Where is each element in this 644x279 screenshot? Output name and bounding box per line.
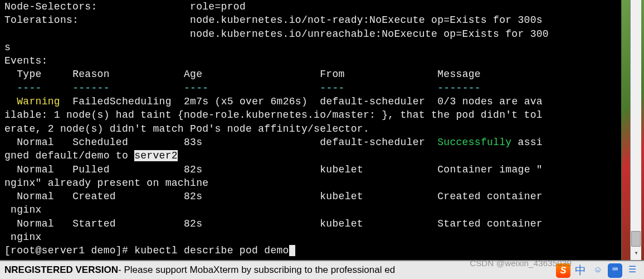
dash-reason: ------ [72,83,110,94]
event-msg-wrap: ilable: 1 node(s) had taint {node-role.k… [4,109,543,121]
event-reason: Scheduled [72,137,128,148]
watermark-text: CSDN @weixin_43635039 [470,258,572,269]
scroll-down-icon[interactable]: ▾ [631,248,642,259]
dash-message: ------- [437,83,481,94]
event-highlight-server: server2 [134,150,178,161]
dash-age: ---- [184,83,208,94]
event-from: kubelet [320,164,363,175]
event-age: 2m7s (x5 over 6m26s) [184,96,308,107]
event-from: kubelet [320,218,363,229]
ime-lang-icon[interactable]: 中 [573,263,588,278]
event-type-normal: Normal [17,137,54,148]
events-header-message: Message [437,69,481,80]
event-reason: Created [72,191,116,202]
events-header-from: From [320,69,344,80]
event-from: kubelet [320,191,363,202]
events-header-age: Age [184,69,202,80]
event-reason: Pulled [72,164,110,175]
event-msg: Created container [437,191,543,202]
tolerations-label: Tolerations: [4,15,79,26]
node-selectors-value: role=prod [190,1,246,12]
toleration-1: node.kubernetes.io/not-ready:NoExecute o… [190,15,543,26]
toleration-2: node.kubernetes.io/unreachable:NoExecute… [190,28,549,40]
event-reason: FailedScheduling [72,96,172,107]
event-msg: assi [511,137,543,148]
event-from: default-scheduler [320,137,425,148]
event-reason: Started [72,218,116,229]
event-msg-wrap: gned default/demo to [4,150,134,161]
event-type-warning: Warning [17,96,60,107]
prompt: [root@server1 demo]# [4,245,134,256]
events-header-type: Type [17,69,41,80]
event-age: 83s [184,137,202,148]
terminal-output[interactable]: Node-Selectors: role=prod Tolerations: n… [0,0,621,260]
event-msg-wrap: nginx [4,204,42,215]
event-age: 82s [184,218,202,229]
event-age: 82s [184,191,202,202]
events-label: Events: [4,55,48,66]
node-selectors-label: Node-Selectors: [4,1,97,12]
dash-type: ---- [17,83,41,94]
status-text: - Please support MobaXterm by subscribin… [118,264,395,277]
event-msg-success: Successfully [437,137,511,148]
terminal-scrollbar[interactable]: ▾ [630,0,641,260]
smiley-icon[interactable]: ☺ [591,263,605,278]
prompt-command[interactable]: kubectl describe pod demo [134,245,289,256]
event-age: 82s [184,164,202,175]
event-type-normal: Normal [17,164,54,175]
event-from: default-scheduler [320,96,425,107]
scrollbar-thumb[interactable] [631,231,641,247]
events-header-reason: Reason [72,69,110,80]
event-msg-wrap: nginx" already present on machine [4,177,208,189]
event-msg: 0/3 nodes are ava [437,96,543,107]
event-msg: Started container [437,218,543,229]
menu-icon[interactable]: ☰ [625,263,640,278]
terminal-cursor [289,245,295,256]
event-msg-wrap: nginx [4,232,42,243]
unregistered-label: NREGISTERED VERSION [4,264,118,277]
event-msg-wrap: erate, 2 node(s) didn't match Pod's node… [4,123,369,134]
keyboard-icon[interactable]: ⌨ [608,263,622,278]
event-msg: Container image " [437,164,543,175]
toleration-2-wrap: s [4,42,11,53]
event-type-normal: Normal [17,191,54,202]
event-type-normal: Normal [17,218,54,229]
dash-from: ---- [320,83,344,94]
